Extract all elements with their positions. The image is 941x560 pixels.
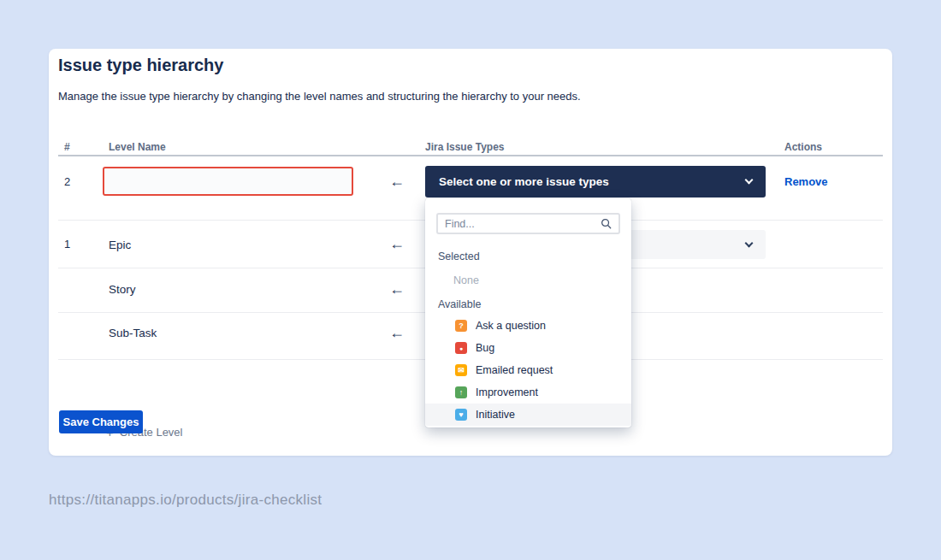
level-name-epic: Epic bbox=[109, 239, 131, 251]
question-type-icon: ? bbox=[455, 320, 467, 332]
find-input[interactable] bbox=[438, 218, 601, 230]
level-name-input[interactable] bbox=[103, 167, 353, 196]
remove-level-button[interactable]: Remove bbox=[784, 175, 828, 188]
page-url-caption: https://titanapps.io/products/jira-check… bbox=[49, 492, 322, 509]
column-header-number: # bbox=[64, 141, 70, 153]
find-field-wrapper bbox=[436, 213, 620, 234]
page-title: Issue type hierarchy bbox=[58, 56, 223, 75]
chevron-down-icon bbox=[745, 239, 754, 247]
row-level-number: 1 bbox=[64, 238, 70, 251]
email-type-icon: ✉ bbox=[455, 364, 467, 376]
dropdown-item-label: Ask a question bbox=[476, 320, 546, 332]
column-header-actions: Actions bbox=[784, 141, 822, 153]
issue-type-hierarchy-card: Issue type hierarchy Manage the issue ty… bbox=[49, 49, 892, 456]
available-section-heading: Available bbox=[438, 298, 482, 310]
save-changes-button[interactable]: Save Changes bbox=[59, 410, 143, 433]
move-level-left-arrow-icon[interactable]: ← bbox=[389, 325, 405, 340]
selected-section-heading: Selected bbox=[438, 251, 480, 262]
dropdown-item-label: Emailed request bbox=[476, 364, 553, 376]
dropdown-item-label: Improvement bbox=[476, 386, 538, 398]
chevron-down-icon bbox=[745, 176, 754, 185]
improvement-type-icon: ↑ bbox=[455, 386, 467, 398]
dropdown-item-label: Initiative bbox=[476, 409, 515, 421]
dropdown-item-label: Bug bbox=[476, 342, 494, 354]
dropdown-item-bug[interactable]: ● Bug bbox=[425, 337, 631, 359]
page-background: Issue type hierarchy Manage the issue ty… bbox=[0, 0, 941, 560]
selected-none-value: None bbox=[453, 274, 479, 286]
row-level-number: 2 bbox=[64, 175, 70, 188]
level-name-story: Story bbox=[109, 283, 136, 296]
search-icon bbox=[601, 218, 612, 229]
initiative-type-icon: ♥ bbox=[455, 409, 467, 421]
dropdown-item-emailed-request[interactable]: ✉ Emailed request bbox=[425, 359, 631, 381]
issue-types-select-label: Select one or more issue types bbox=[439, 175, 609, 188]
table-header-divider bbox=[58, 155, 883, 156]
issue-types-dropdown-panel: Selected None Available ? Ask a question… bbox=[425, 198, 631, 427]
move-level-left-arrow-icon[interactable]: ← bbox=[389, 236, 405, 251]
dropdown-item-improvement[interactable]: ↑ Improvement bbox=[425, 381, 631, 404]
column-header-level-name: Level Name bbox=[109, 141, 166, 153]
column-header-jira-issue-types: Jira Issue Types bbox=[425, 141, 505, 153]
bug-type-icon: ● bbox=[455, 342, 467, 354]
available-items-list: ? Ask a question ● Bug ✉ Emailed request… bbox=[425, 315, 631, 426]
move-level-left-arrow-icon[interactable]: ← bbox=[389, 174, 405, 189]
issue-types-select-trigger[interactable]: Select one or more issue types bbox=[425, 166, 766, 197]
dropdown-item-ask-a-question[interactable]: ? Ask a question bbox=[425, 315, 631, 337]
level-name-subtask: Sub-Task bbox=[109, 327, 157, 339]
page-description: Manage the issue type hierarchy by chang… bbox=[58, 90, 581, 103]
dropdown-item-initiative[interactable]: ♥ Initiative bbox=[425, 404, 631, 426]
move-level-left-arrow-icon[interactable]: ← bbox=[389, 281, 405, 297]
